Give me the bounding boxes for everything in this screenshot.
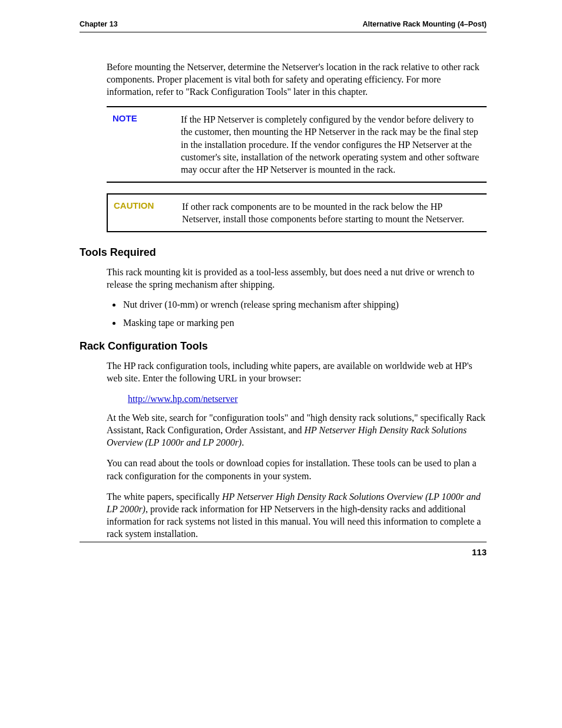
caution-box: CAUTION If other rack components are to … [107, 193, 487, 232]
header-left: Chapter 13 [80, 20, 118, 28]
note-box: NOTE If the HP Netserver is completely c… [107, 106, 487, 183]
tools-required-heading: Tools Required [80, 246, 487, 259]
caution-label: CAUTION [114, 200, 167, 225]
tools-intro: This rack mounting kit is provided as a … [107, 266, 487, 291]
caution-body: If other rack components are to be mount… [182, 200, 483, 225]
rct-p4b: , provide rack information for HP Netser… [107, 504, 481, 539]
page: Chapter 13 Alternative Rack Mounting (4–… [0, 0, 562, 728]
rct-p4: The white papers, specifically HP Netser… [107, 490, 487, 540]
page-number: 113 [80, 547, 487, 557]
rct-p4a: The white papers, specifically [107, 492, 222, 502]
rct-p3: You can read about the tools or download… [107, 457, 487, 482]
running-header: Chapter 13 Alternative Rack Mounting (4–… [80, 20, 487, 32]
list-item: Masking tape or marking pen [122, 317, 487, 330]
footer-rule [80, 542, 487, 542]
note-label: NOTE [113, 113, 166, 176]
tools-list: Nut driver (10-mm) or wrench (release sp… [122, 299, 487, 330]
intro-text: Before mounting the Netserver, determine… [107, 61, 487, 98]
rct-p2: At the Web site, search for "configurati… [107, 411, 487, 449]
page-footer: 113 [80, 542, 487, 557]
note-body: If the HP Netserver is completely config… [181, 113, 483, 176]
intro-paragraph: Before mounting the Netserver, determine… [107, 61, 487, 232]
list-item: Nut driver (10-mm) or wrench (release sp… [122, 299, 487, 311]
rct-url-link[interactable]: http://www.hp.com/netserver [128, 394, 237, 404]
header-right: Alternative Rack Mounting (4–Post) [363, 20, 487, 28]
rack-config-heading: Rack Configuration Tools [80, 340, 487, 353]
rct-p2b: . [242, 437, 244, 447]
rct-p1: The HP rack configuration tools, includi… [107, 360, 487, 384]
